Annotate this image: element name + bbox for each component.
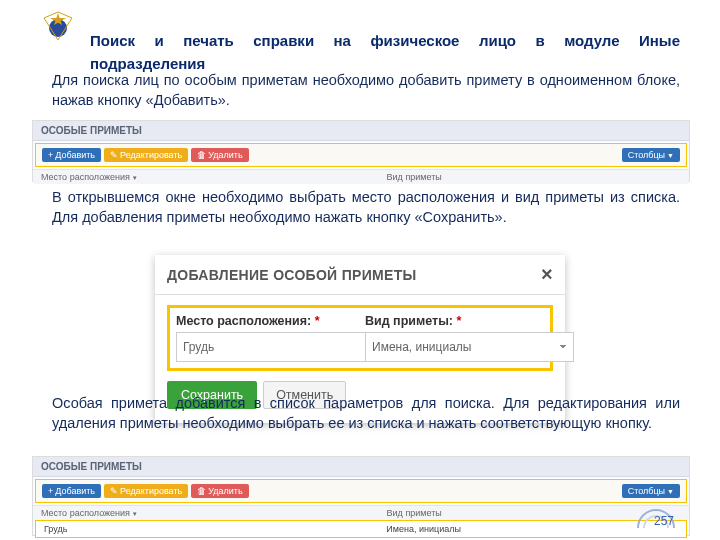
delete-button-label: Удалить <box>208 150 242 160</box>
cell-view: Имена, инициалы <box>386 524 678 534</box>
view-label: Вид приметы: * <box>365 314 544 328</box>
sort-icon: ▾ <box>133 510 137 517</box>
add-button-label: Добавить <box>55 150 95 160</box>
mvd-emblem-icon <box>40 10 76 50</box>
column-location: Место расположения ▾ <box>41 172 387 182</box>
close-icon[interactable]: × <box>541 263 553 286</box>
delete-button[interactable]: 🗑 Удалить <box>191 484 248 498</box>
delete-button[interactable]: 🗑 Удалить <box>191 148 248 162</box>
dialog-title: ДОБАВЛЕНИЕ ОСОБОЙ ПРИМЕТЫ <box>167 267 417 283</box>
cell-location: Грудь <box>44 524 386 534</box>
table-header-row: Место расположения ▾ Вид приметы <box>33 505 689 520</box>
edit-button[interactable]: ✎ Редактировать <box>104 148 188 162</box>
paragraph-3: Особая примета добавится в список параме… <box>52 393 680 434</box>
columns-button[interactable]: Столбцы ▼ <box>622 484 680 498</box>
column-view: Вид приметы <box>387 172 681 182</box>
view-select[interactable] <box>365 332 574 362</box>
table-row[interactable]: Грудь Имена, инициалы <box>35 520 687 538</box>
edit-button[interactable]: ✎ Редактировать <box>104 484 188 498</box>
screenshot-panel-1: ОСОБЫЕ ПРИМЕТЫ + Добавить ✎ Редактироват… <box>32 120 690 182</box>
screenshot-panel-2: ОСОБЫЕ ПРИМЕТЫ + Добавить ✎ Редактироват… <box>32 456 690 536</box>
location-label: Место расположения: * <box>176 314 355 328</box>
dialog-fields: Место расположения: * Вид приметы: * <box>167 305 553 371</box>
location-select[interactable] <box>176 332 385 362</box>
panel-toolbar: + Добавить ✎ Редактировать 🗑 Удалить Сто… <box>35 479 687 503</box>
panel-header: ОСОБЫЕ ПРИМЕТЫ <box>33 121 689 141</box>
paragraph-1: Для поиска лиц по особым приметам необхо… <box>52 70 680 111</box>
title-line-1: Поиск и печать справки на физическое лиц… <box>90 30 680 53</box>
chevron-down-icon: ▼ <box>667 152 674 159</box>
edit-button-label: Редактировать <box>120 150 182 160</box>
column-location: Место расположения ▾ <box>41 508 387 518</box>
document-title: Поиск и печать справки на физическое лиц… <box>90 30 680 75</box>
page-number: 257 <box>654 514 674 528</box>
paragraph-2: В открывшемся окне необходимо выбрать ме… <box>52 187 680 228</box>
chevron-down-icon: ▼ <box>667 488 674 495</box>
columns-button[interactable]: Столбцы ▼ <box>622 148 680 162</box>
dialog-header: ДОБАВЛЕНИЕ ОСОБОЙ ПРИМЕТЫ × <box>155 255 565 295</box>
sort-icon: ▾ <box>133 174 137 181</box>
add-button[interactable]: + Добавить <box>42 148 101 162</box>
panel-header: ОСОБЫЕ ПРИМЕТЫ <box>33 457 689 477</box>
columns-button-label: Столбцы <box>628 150 665 160</box>
table-header-row: Место расположения ▾ Вид приметы <box>33 169 689 184</box>
add-button[interactable]: + Добавить <box>42 484 101 498</box>
panel-toolbar: + Добавить ✎ Редактировать 🗑 Удалить Сто… <box>35 143 687 167</box>
